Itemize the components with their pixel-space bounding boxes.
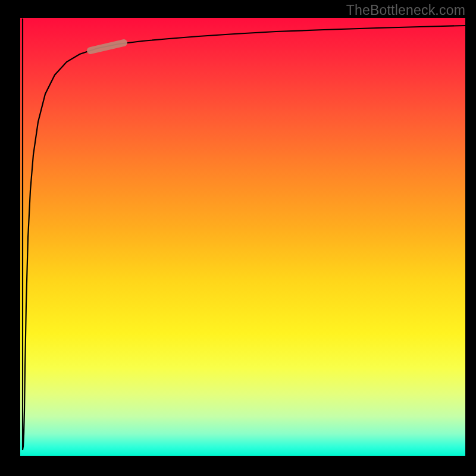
- chart-container: TheBottleneck.com: [0, 0, 476, 476]
- watermark-text: TheBottleneck.com: [346, 2, 465, 18]
- x-axis-area: [0, 456, 476, 476]
- y-axis-area: [0, 0, 20, 476]
- plot-gradient-background: [20, 18, 465, 456]
